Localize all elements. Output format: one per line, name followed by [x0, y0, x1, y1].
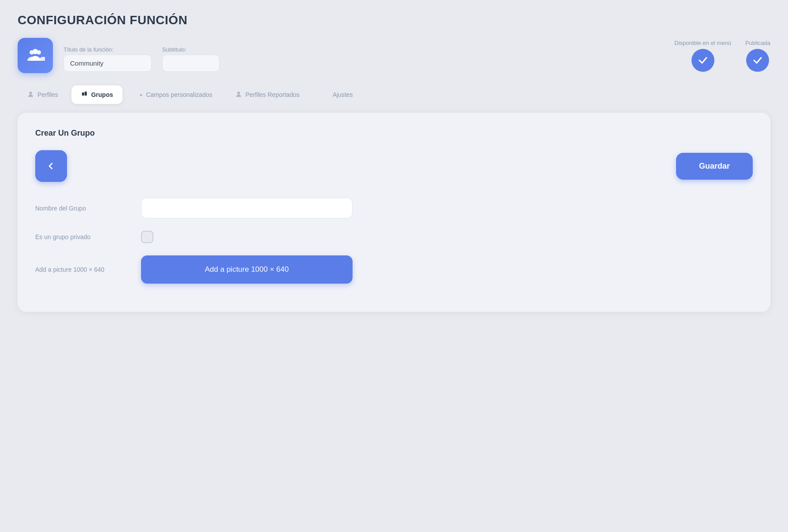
tabs-row: Perfiles Grupos Campos personalizados Pe…: [18, 85, 770, 104]
check-icon-2: [752, 55, 763, 66]
grupos-icon: [81, 91, 88, 99]
titulo-label: Título de la función:: [63, 46, 152, 53]
privado-checkbox[interactable]: [141, 231, 153, 243]
tab-grupos-label: Grupos: [91, 91, 113, 98]
page-title: CONFIGURACIÓN FUNCIÓN: [18, 13, 770, 27]
privado-row: Es un grupo privado: [35, 231, 753, 243]
save-button[interactable]: Guardar: [676, 153, 753, 180]
nombre-label: Nombre del Grupo: [35, 205, 132, 212]
tab-perfiles-label: Perfiles: [37, 91, 58, 98]
svg-rect-4: [82, 92, 84, 96]
ajustes-icon: [323, 91, 329, 99]
subtitulo-label: Subtítulo:: [162, 46, 219, 53]
app-icon: [18, 38, 53, 73]
section-title: Crear Un Grupo: [35, 129, 753, 138]
picture-upload-button[interactable]: Add a picture 1000 × 640: [141, 255, 353, 284]
reportados-icon: [235, 91, 242, 99]
back-button[interactable]: [35, 150, 67, 182]
titulo-input[interactable]: [63, 55, 152, 72]
tab-grupos[interactable]: Grupos: [71, 85, 123, 104]
titulo-group: Título de la función:: [63, 46, 152, 72]
disponible-label: Disponible en el menú: [674, 40, 731, 46]
card-toolbar: Guardar: [35, 150, 753, 182]
picture-label: Add a picture 1000 × 640: [35, 266, 132, 273]
nombre-row: Nombre del Grupo: [35, 198, 753, 218]
publicada-toggle[interactable]: [746, 49, 769, 72]
svg-point-2: [33, 49, 38, 54]
campos-icon: [136, 91, 142, 99]
subtitulo-group: Subtítulo:: [162, 46, 219, 72]
content-card: Crear Un Grupo Guardar Nombre del Grupo …: [18, 113, 770, 312]
tab-campos-label: Campos personalizados: [146, 91, 212, 98]
publicada-toggle-group: Publicada: [745, 40, 770, 72]
publicada-label: Publicada: [745, 40, 770, 46]
community-icon: [26, 46, 45, 65]
nombre-input[interactable]: [141, 198, 353, 218]
check-icon: [697, 55, 709, 66]
svg-point-7: [237, 92, 240, 94]
tab-reportados[interactable]: Perfiles Reportados: [226, 85, 309, 104]
tab-ajustes[interactable]: Ajustes: [313, 85, 363, 104]
picture-row: Add a picture 1000 × 640 Add a picture 1…: [35, 255, 753, 284]
svg-rect-5: [85, 92, 87, 96]
subtitulo-input[interactable]: [162, 55, 219, 72]
perfiles-icon: [27, 91, 34, 99]
toggle-pair: Disponible en el menú Publicada: [674, 40, 770, 72]
disponible-toggle-group: Disponible en el menú: [674, 40, 731, 72]
chevron-left-icon: [46, 161, 56, 171]
disponible-toggle[interactable]: [691, 49, 714, 72]
tab-ajustes-label: Ajustes: [333, 91, 353, 98]
tab-reportados-label: Perfiles Reportados: [245, 91, 300, 98]
header-fields: Título de la función: Subtítulo: Disponi…: [63, 40, 770, 72]
tab-perfiles[interactable]: Perfiles: [18, 85, 68, 104]
header-section: Título de la función: Subtítulo: Disponi…: [18, 38, 770, 73]
tab-campos[interactable]: Campos personalizados: [126, 85, 222, 104]
svg-point-3: [30, 92, 32, 94]
privado-label: Es un grupo privado: [35, 233, 132, 240]
svg-point-6: [140, 94, 142, 96]
